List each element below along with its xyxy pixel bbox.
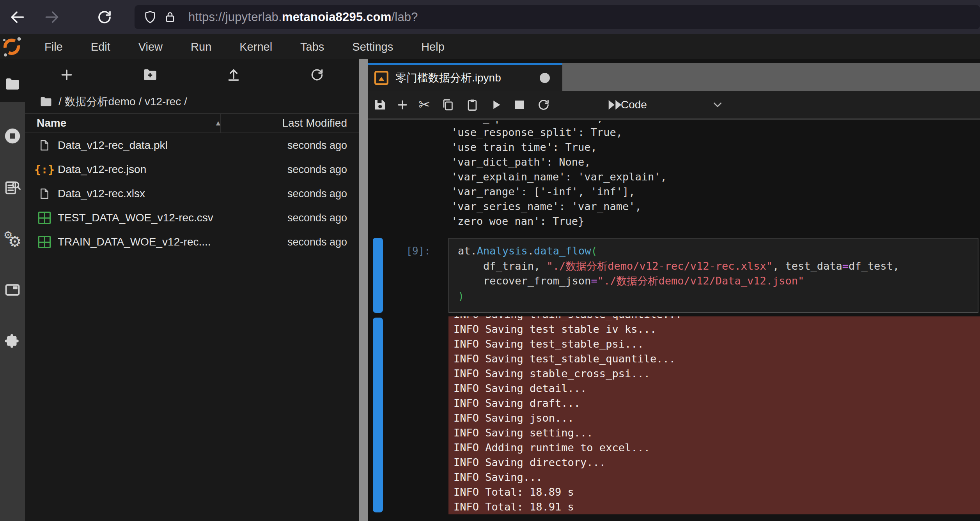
jupyterlab-menubar: FileEditViewRunKernelTabsSettingsHelp [0, 34, 980, 59]
menu-help[interactable]: Help [407, 34, 459, 59]
menu-edit[interactable]: Edit [77, 34, 124, 59]
file-icon [38, 139, 51, 152]
column-header-modified[interactable]: Last Modified [282, 117, 347, 129]
code-line: df_train, "./数据分析demo/v12-rec/v12-rec.xl… [458, 259, 978, 274]
file-name[interactable]: TEST_DATA_WOE_v12-rec.csv [58, 212, 213, 224]
url-text: https://jupyterlab.metanoia8295.com/lab? [188, 10, 418, 24]
notebook-toolbar: ✂ Code [368, 91, 980, 120]
file-row[interactable]: Data_v12-rec.xlsxseconds ago [25, 182, 359, 206]
code-line: at.Analysis.data_flow( [458, 244, 978, 259]
file-name[interactable]: Data_v12-rec.json [58, 163, 146, 176]
unsaved-changes-dot[interactable] [540, 73, 550, 83]
file-icon-box [36, 236, 53, 248]
json-file-icon [34, 163, 55, 176]
workspace: ⚙ ⚙ / 数据分析demo / [0, 59, 980, 521]
file-modified: seconds ago [287, 140, 359, 152]
file-row[interactable]: Data_v12-rec.jsonseconds ago [25, 157, 359, 182]
file-row[interactable]: TRAIN_DATA_WOE_v12-rec....seconds ago [25, 230, 359, 254]
save-icon [373, 98, 387, 112]
upload-button[interactable] [192, 59, 275, 90]
file-modified: seconds ago [287, 164, 359, 176]
forward-icon [43, 9, 60, 26]
cell-type-dropdown-caret[interactable] [708, 95, 727, 115]
menu-run[interactable]: Run [177, 34, 225, 59]
file-browser-icon[interactable] [4, 76, 21, 93]
breadcrumb[interactable]: / 数据分析demo / v12-rec / [25, 90, 359, 113]
file-row[interactable]: TEST_DATA_WOE_v12-rec.csvseconds ago [25, 206, 359, 230]
restart-icon [537, 98, 550, 111]
run-icon [490, 99, 502, 111]
refresh-button[interactable] [275, 59, 359, 90]
file-name[interactable]: Data_v12-rec_data.pkl [58, 139, 168, 152]
file-name[interactable]: TRAIN_DATA_WOE_v12-rec.... [58, 236, 211, 248]
gear-large-icon: ⚙ [8, 233, 21, 250]
reload-icon [96, 9, 113, 25]
logo-icon [1, 35, 24, 58]
menubar-items: FileEditViewRunKernelTabsSettingsHelp [30, 34, 459, 59]
open-tabs-icon[interactable] [4, 281, 21, 298]
property-inspector-icon[interactable] [4, 178, 21, 196]
notebook-icon [374, 70, 389, 86]
stderr-text: INFO Saving train_stable_quantile... INF… [448, 316, 980, 514]
file-icon-box [36, 212, 53, 224]
save-button[interactable] [370, 95, 390, 115]
run-button[interactable] [486, 95, 506, 115]
shield-icon[interactable] [143, 10, 157, 24]
breadcrumb-path[interactable]: / 数据分析demo / v12-rec / [58, 94, 187, 109]
menu-view[interactable]: View [124, 34, 177, 59]
code-cell-editor[interactable]: at.Analysis.data_flow( df_train, "./数据分析… [448, 238, 978, 313]
running-kernels-icon[interactable] [4, 127, 21, 145]
menu-tabs[interactable]: Tabs [286, 34, 338, 59]
upload-icon [226, 67, 241, 83]
spreadsheet-file-icon [38, 212, 51, 224]
notebook-dock: 零门槛数据分析.ipynb ✂ [368, 59, 980, 521]
file-icon-box [36, 163, 53, 176]
forward-button[interactable] [40, 5, 64, 29]
chevron-down-icon [711, 98, 724, 111]
cell-type-dropdown[interactable]: Code [621, 91, 647, 118]
scissors-icon: ✂ [418, 98, 430, 112]
tab-title: 零门槛数据分析.ipynb [395, 71, 501, 85]
column-header-name[interactable]: Name [25, 117, 66, 129]
new-folder-icon [142, 67, 158, 83]
execution-prompt: [9]: [368, 244, 431, 258]
new-folder-button[interactable] [108, 59, 192, 90]
activity-bar: ⚙ ⚙ [0, 59, 25, 521]
jupyterlab-logo [0, 34, 30, 59]
menu-settings[interactable]: Settings [338, 34, 407, 59]
file-browser-panel: / 数据分析demo / v12-rec / Name ▲ Last Modif… [25, 59, 359, 521]
file-icon-box [36, 187, 53, 200]
file-list: Data_v12-rec_data.pklseconds ago Data_v1… [25, 133, 359, 254]
menu-file[interactable]: File [30, 34, 77, 59]
new-launcher-button[interactable] [25, 59, 108, 90]
notebook-tab[interactable]: 零门槛数据分析.ipynb [368, 63, 562, 91]
settings-gears-icon[interactable]: ⚙ ⚙ [4, 231, 21, 249]
copy-icon [441, 98, 454, 111]
plus-icon [59, 67, 74, 83]
cut-cells-button[interactable]: ✂ [415, 95, 434, 115]
home-folder-icon[interactable] [39, 95, 53, 109]
menu-kernel[interactable]: Kernel [225, 34, 286, 59]
stop-icon [515, 101, 524, 109]
code-line: ) [458, 289, 978, 304]
url-bar[interactable]: https://jupyterlab.metanoia8295.com/lab? [135, 5, 980, 29]
refresh-icon [310, 67, 324, 82]
lock-icon[interactable] [163, 11, 177, 24]
file-name[interactable]: Data_v12-rec.xlsx [58, 187, 145, 200]
file-modified: seconds ago [287, 188, 359, 200]
spreadsheet-file-icon [38, 236, 51, 248]
paste-cells-button[interactable] [463, 95, 482, 115]
stderr-output: INFO Saving train_stable_quantile... INF… [448, 316, 980, 514]
output-collapser[interactable] [373, 318, 383, 512]
reload-button[interactable] [93, 5, 116, 29]
interrupt-kernel-button[interactable] [510, 95, 529, 115]
back-icon [9, 9, 26, 26]
file-row[interactable]: Data_v12-rec_data.pklseconds ago [25, 133, 359, 157]
back-button[interactable] [6, 5, 29, 29]
panel-splitter[interactable] [359, 59, 368, 521]
restart-kernel-button[interactable] [534, 95, 553, 115]
insert-cell-button[interactable] [393, 95, 412, 115]
copy-cells-button[interactable] [438, 95, 457, 115]
extension-manager-icon[interactable] [4, 333, 21, 349]
tab-bar: 零门槛数据分析.ipynb [368, 63, 980, 91]
